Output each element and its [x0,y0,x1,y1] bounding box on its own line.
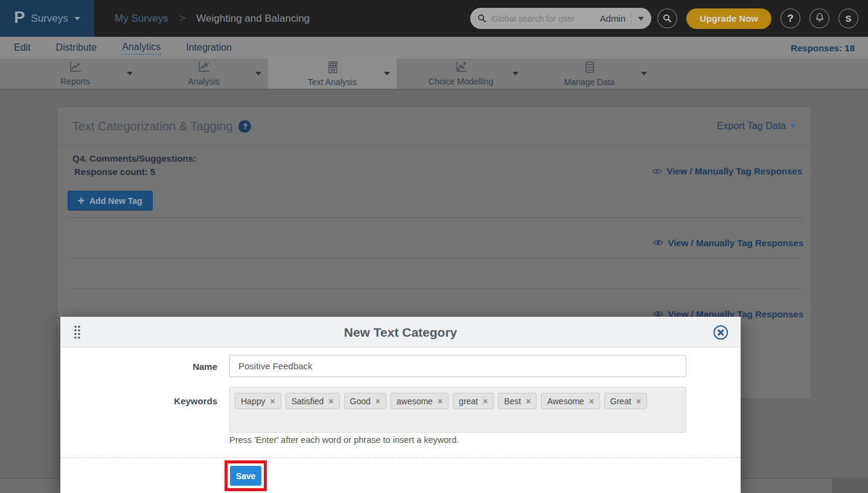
new-text-category-modal: New Text Category Name Keywords Happy× S… [60,317,741,493]
divider [58,145,811,145]
report-document-icon [326,61,339,76]
chevron-down-icon [74,17,80,21]
tab-distribute[interactable]: Distribute [56,41,98,54]
chevron-down-icon[interactable] [512,72,519,75]
line-chart-icon [68,61,83,75]
view-manually-tag-link[interactable]: View / Manually Tag Responses [653,238,803,248]
remove-keyword-icon[interactable]: × [375,397,380,406]
toolbar-item-choice-modelling[interactable]: Choice Modelling [397,59,525,89]
toolbar-item-reports[interactable]: Reports [11,59,139,89]
page-content: Text Categorization & Tagging ? Export T… [0,90,868,493]
toolbar-item-manage-data[interactable]: Manage Data [525,59,654,89]
eye-icon [653,238,663,248]
annotation-highlight-box: Save [225,460,267,491]
drag-handle-icon[interactable] [74,325,81,342]
trend-chart-icon [197,61,211,75]
page-title: Text Categorization & Tagging [72,119,232,133]
bell-icon [815,12,825,25]
view-manually-tag-link[interactable]: View / Manually Tag Responses [652,166,802,176]
keyword-chip: Awesome× [541,393,599,409]
search-icon [477,14,487,23]
remove-keyword-icon[interactable]: × [270,397,275,406]
add-new-tag-button[interactable]: Add New Tag [68,191,153,211]
breadcrumb: My Surveys > Weighting and Balancing [115,12,310,25]
tab-analytics[interactable]: Analytics [121,40,161,55]
keyword-chip: great× [453,393,494,409]
breadcrumb-separator: > [179,12,186,25]
export-tag-data-dropdown[interactable]: Export Tag Data [717,121,796,132]
breadcrumb-current-survey: Weighting and Balancing [196,13,310,25]
chevron-down-icon[interactable] [255,72,261,75]
keyword-chip: Good× [344,393,386,409]
remove-keyword-icon[interactable]: × [483,397,488,406]
keywords-helper-text: Press 'Enter' after each word or phrase … [229,435,459,445]
breadcrumb-my-surveys[interactable]: My Surveys [115,13,168,25]
app-menu-label: Surveys [31,13,68,25]
keyword-chip: Satisfied× [286,393,340,409]
upgrade-now-button[interactable]: Upgrade Now [686,8,771,29]
search-button[interactable] [657,8,677,28]
toolbar-item-analysis[interactable]: Analysis [139,59,268,89]
responses-count: Responses: 18 [791,43,855,53]
search-scope-dropdown[interactable] [638,17,644,21]
divider [68,288,803,289]
global-search-input[interactable] [491,14,599,24]
database-icon [583,61,596,76]
survey-nav: Edit Distribute Analytics Integration Re… [0,37,868,59]
tab-integration[interactable]: Integration [185,41,232,54]
keywords-input-area[interactable]: Happy× Satisfied× Good× awesome× great× … [229,387,686,433]
chevron-down-icon[interactable] [384,72,390,75]
user-avatar[interactable]: S [838,8,858,28]
analytics-toolbar: Reports Analysis Text Analysis Choice Mo… [0,59,868,90]
remove-keyword-icon[interactable]: × [589,397,594,406]
modal-header: New Text Category [60,317,741,348]
plus-icon [78,196,85,206]
save-button[interactable]: Save [230,466,261,486]
modal-title: New Text Category [60,317,741,348]
keyword-chip: awesome× [391,393,448,409]
eye-icon [652,168,662,175]
help-icon[interactable]: ? [238,120,251,133]
tab-edit[interactable]: Edit [13,41,31,54]
chevron-down-icon[interactable] [127,72,133,75]
app-header: P Surveys My Surveys > Weighting and Bal… [0,0,868,37]
divider [631,12,631,25]
proprofs-logo: P [14,8,25,27]
divider [68,217,803,218]
header-actions: Admin Upgrade Now ? S [470,8,868,29]
remove-keyword-icon[interactable]: × [328,397,333,406]
response-count: Response count: 5 [74,167,155,177]
help-button[interactable]: ? [780,8,800,28]
divider [60,457,741,458]
remove-keyword-icon[interactable]: × [438,397,442,406]
close-icon[interactable] [713,325,729,340]
notifications-button[interactable] [809,8,829,28]
scatter-chart-icon [454,61,468,75]
remove-keyword-icon[interactable]: × [526,397,531,406]
keywords-label: Keywords [60,396,217,406]
keyword-chip: Great× [604,393,647,409]
search-scope-value: Admin [600,13,626,24]
keyword-chip: Happy× [235,393,281,409]
card-header: Text Categorization & Tagging ? Export T… [58,107,811,145]
category-name-input[interactable] [229,355,686,377]
chevron-down-icon[interactable] [641,72,647,75]
toolbar-item-text-analysis[interactable]: Text Analysis [268,59,397,89]
global-search: Admin [470,8,651,29]
name-label: Name [60,361,217,372]
keyword-chip: Best× [498,393,537,409]
divider [68,258,803,258]
chevron-down-icon [790,124,796,128]
surveys-app-menu[interactable]: P Surveys [0,0,94,37]
footer-corner-widget [832,479,868,493]
remove-keyword-icon[interactable]: × [636,397,641,406]
question-label: Q4. Comments/Suggestions: [72,153,196,164]
